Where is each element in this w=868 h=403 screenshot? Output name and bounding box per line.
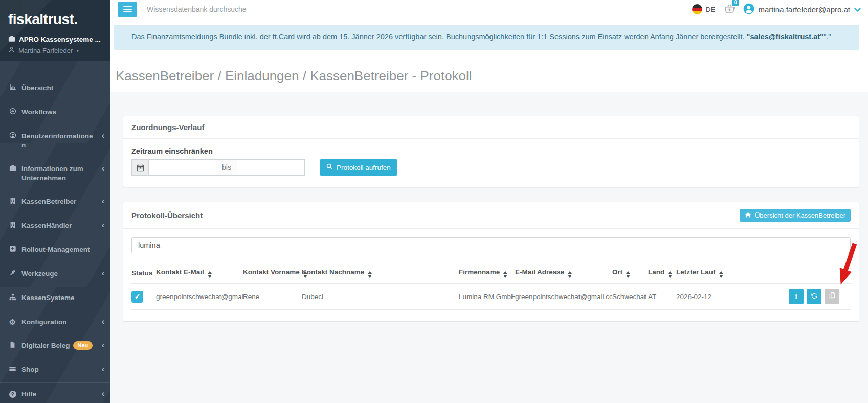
sidebar-item-konfiguration[interactable]: ⚙ Konfiguration ‹ [0,310,110,334]
sidebar-item-werkzeuge[interactable]: Werkzeuge ‹ [0,262,110,286]
credit-card-icon [8,365,17,375]
chevron-left-icon: ‹ [102,341,104,350]
sidebar-toggle-button[interactable] [118,2,137,17]
sidebar-item-uebersicht[interactable]: Übersicht [0,76,110,100]
topbar: DE 0 martina.farfeleder@apro.at [110,0,868,18]
content: Zuordnungs-Verlauf Zeitraum einschränken… [110,92,868,403]
panel-title: Protokoll-Übersicht [131,211,203,220]
chevron-left-icon: ‹ [102,389,104,398]
company-name: APRO Kassensysteme ... [19,36,101,44]
column-header-kontakt-nachname[interactable]: Kontakt Nachname [302,264,459,284]
cart-button[interactable]: 0 [724,3,736,15]
protokoll-aufrufen-button[interactable]: Protokoll aufrufen [320,159,397,176]
chevron-left-icon: ‹ [102,365,104,374]
sidebar-item-label: KassenBetreiber [21,197,95,207]
sidebar-item-kassensysteme[interactable]: KassenSysteme [0,286,110,310]
protokoll-table: Status Kontakt E-Mail Kontakt Vorname Ko… [131,264,851,310]
panel-body: Status Kontakt E-Mail Kontakt Vorname Ko… [123,229,859,321]
chevron-left-icon: ‹ [102,131,104,140]
sidebar-item-label: KassenHändler [21,221,95,231]
date-range-group: bis [131,159,305,176]
protokoll-uebersicht-panel: Protokoll-Übersicht Übersicht der Kassen… [123,202,859,322]
kontakt-vorname-cell: Rene [243,284,302,310]
chevron-left-icon: ‹ [102,269,104,278]
sidebar-item-kassenhaendler[interactable]: KassenHändler ‹ [0,214,110,238]
info-button[interactable]: i [789,289,804,304]
sidebar-item-label: Informationen zum Unternehmen [21,164,95,183]
banner-bold-text: "sales@fiskaltrust.at" [747,33,824,41]
sidebar-item-label: Rollout-Management [21,245,95,255]
table-filter-input[interactable] [131,237,851,253]
refresh-button[interactable] [807,289,821,304]
sidebar-item-label: Shop [21,365,95,375]
panel-header: Protokoll-Übersicht Übersicht der Kassen… [123,202,859,229]
status-cell: ✓ [131,284,156,310]
panel-body: Zeitraum einschränken bis Protokoll aufr… [123,139,859,187]
avatar-icon [743,3,754,16]
column-header-actions [758,264,851,284]
search-icon [326,163,333,172]
sidebar-item-label: Workflows [21,108,95,117]
sidebar-item-benutzerinformationen[interactable]: Benutzerinformationen ‹ [0,124,110,157]
sidebar-item-label: KassenSysteme [21,293,95,303]
zuordnungs-verlauf-panel: Zuordnungs-Verlauf Zeitraum einschränken… [123,116,859,187]
plus-square-icon [8,245,17,255]
column-header-letzter-lauf[interactable]: Letzter Lauf [676,264,758,284]
fiskaltrust-logo: fiskaltrust. [8,11,102,28]
language-selector[interactable]: DE [692,4,716,14]
copy-button[interactable] [825,289,839,304]
sidebar-item-workflows[interactable]: Workflows [0,100,110,124]
home-icon [745,211,751,219]
building-icon [8,221,17,231]
user-menu[interactable]: martina.farfeleder@apro.at [743,3,861,16]
status-checkbox[interactable]: ✓ [131,291,143,303]
sidebar-user-menu[interactable]: Martina Farfeleder ▾ [8,46,102,54]
column-header-firmenname[interactable]: Firmenname [459,264,515,284]
date-to-input[interactable] [237,159,305,176]
sidebar: fiskaltrust. APRO Kassensysteme ... Mart… [0,0,110,403]
email-adresse-cell: greenpointschwechat@gmail.com [515,284,612,310]
sidebar-nav: Übersicht Workflows Benutzerinformatione… [0,61,110,403]
sidebar-item-label: Werkzeuge [21,269,95,279]
panel-header: Zuordnungs-Verlauf [123,116,859,139]
main-area: DE 0 martina.farfeleder@apro.at Das Fina… [110,0,868,403]
sort-icon [568,271,572,278]
sidebar-item-hilfe[interactable]: ? Hilfe ‹ [0,382,110,403]
topbar-right: DE 0 martina.farfeleder@apro.at [692,3,861,16]
column-header-ort[interactable]: Ort [612,264,648,284]
banner-text: Das Finanzamtsmeldungs Bundle inkl. der … [131,33,747,41]
zeitraum-label: Zeitraum einschränken [131,147,851,155]
knowledge-base-search-input[interactable] [146,5,692,14]
sort-icon [719,271,723,278]
sitemap-icon [8,293,17,303]
column-header-kontakt-vorname[interactable]: Kontakt Vorname [243,264,302,284]
column-header-land[interactable]: Land [648,264,676,284]
caret-down-icon: ▾ [76,48,79,53]
sidebar-item-digitaler-beleg[interactable]: Digitaler BelegNeu ‹ [0,334,110,358]
uebersicht-kassenbetreiber-button[interactable]: Übersicht der KassenBetreiber [740,209,851,222]
sort-icon [368,271,372,278]
column-header-kontakt-email[interactable]: Kontakt E-Mail [156,264,243,284]
sidebar-item-rollout-management[interactable]: Rollout-Management [0,238,110,262]
date-from-input[interactable] [148,159,216,176]
letzter-lauf-cell: 2026-02-12 [676,284,758,310]
table-header-row: Status Kontakt E-Mail Kontakt Vorname Ko… [131,264,851,284]
land-cell: AT [648,284,676,310]
basket-icon [724,6,736,15]
sidebar-item-informationen-unternehmen[interactable]: Informationen zum Unternehmen ‹ [0,157,110,190]
gears-icon: ⚙ [8,317,17,327]
workflow-arrow-icon [8,108,17,117]
firmenname-cell: Lumina RM GmbH [459,284,515,310]
sidebar-item-label: Hilfe [21,390,95,399]
sidebar-item-kassenbetreiber[interactable]: KassenBetreiber ‹ [0,190,110,214]
sidebar-item-label: Übersicht [21,83,95,93]
user-email: martina.farfeleder@apro.at [759,5,850,14]
company-selector[interactable]: APRO Kassensysteme ... [8,35,102,44]
column-header-email-adresse[interactable]: E-Mail Adresse [515,264,612,284]
calendar-icon [131,159,149,176]
chevron-left-icon: ‹ [102,164,104,173]
wrench-icon [8,269,17,279]
sidebar-item-label: Konfiguration [21,317,95,327]
sidebar-item-shop[interactable]: Shop ‹ [0,358,110,382]
kontakt-nachname-cell: Dubeci [302,284,459,310]
